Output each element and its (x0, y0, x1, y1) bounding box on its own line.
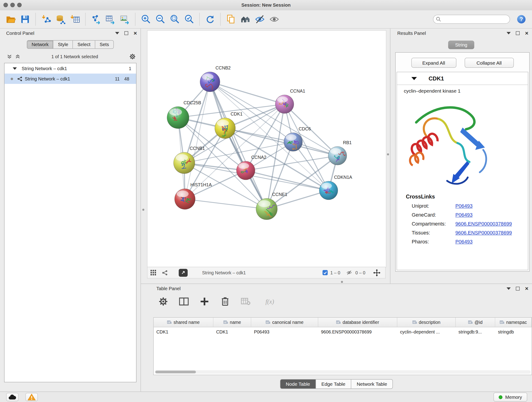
apply-layout-button[interactable] (203, 12, 217, 27)
collapse-all-button[interactable]: Collapse All (464, 58, 514, 68)
scrollbar-thumb[interactable] (155, 370, 196, 373)
tab-network[interactable]: Network (27, 41, 53, 49)
memory-status-icon (499, 395, 503, 399)
crosslink-compartments-link[interactable]: 9606.ENSP00000378699 (456, 221, 528, 227)
table-cell: 9606.ENSP00000378699 (318, 327, 397, 337)
tab-string[interactable]: String (448, 41, 474, 49)
crosslink-genecard-link[interactable]: P06493 (456, 212, 528, 218)
window-close-button[interactable] (3, 3, 8, 7)
network-node-RB1[interactable]: RB1 (328, 140, 352, 165)
bottom-splitter-handle[interactable] (341, 281, 343, 283)
delete-column-button[interactable] (220, 297, 230, 306)
table-row[interactable]: CDK1 CDK1 P06493 9606.ENSP00000378699 cy… (154, 327, 532, 337)
show-all-button[interactable] (267, 12, 281, 27)
hidden-eye-slash-icon[interactable] (346, 270, 353, 275)
gene-section-header[interactable]: CDK1 (397, 72, 528, 85)
pan-crosshair-icon[interactable] (373, 269, 380, 276)
tab-network-table[interactable]: Network Table (351, 380, 393, 389)
import-network-file-icon (41, 14, 51, 25)
float-panel-icon[interactable] (516, 287, 520, 290)
network-graph[interactable]: CCNB2CCNA1CDC25BCDK1CDC6RB1CCNB1CCNA2CDK… (147, 31, 386, 267)
export-network-button[interactable] (89, 12, 103, 27)
column-header[interactable]: @id (456, 318, 495, 327)
tab-style[interactable]: Style (53, 41, 73, 49)
share-network-icon (162, 270, 168, 276)
delete-table-button[interactable] (241, 297, 251, 306)
network-overview-button[interactable] (239, 12, 252, 27)
expand-all-icon[interactable] (15, 54, 20, 59)
search-input[interactable] (433, 15, 510, 24)
tab-sets[interactable]: Sets (95, 41, 114, 49)
save-session-button[interactable] (18, 12, 32, 27)
column-header[interactable]: description (397, 318, 456, 327)
network-node-CCNB2[interactable]: CCNB2 (200, 65, 231, 92)
crosslink-tissues-link[interactable]: 9606.ENSP00000378699 (456, 230, 528, 236)
network-node-CDKN1A[interactable]: CDKN1A (319, 175, 352, 200)
grid-view-button[interactable] (150, 269, 157, 276)
collapse-panel-icon[interactable] (507, 287, 511, 290)
create-column-button[interactable] (200, 297, 209, 306)
close-panel-icon[interactable]: ✕ (133, 31, 137, 35)
gear-icon[interactable] (129, 53, 136, 60)
network-node-CCNA1[interactable]: CCNA1 (275, 89, 305, 114)
float-panel-icon[interactable] (516, 31, 520, 35)
network-canvas[interactable]: CCNB2CCNA1CDC25BCDK1CDC6RB1CCNB1CCNA2CDK… (147, 30, 386, 268)
window-zoom-button[interactable] (17, 3, 22, 7)
close-panel-icon[interactable]: ✕ (525, 31, 529, 35)
tab-node-table[interactable]: Node Table (280, 380, 316, 389)
tab-select[interactable]: Select (73, 41, 95, 49)
zoom-selected-button[interactable] (182, 12, 196, 27)
node-label-CCNB2: CCNB2 (215, 65, 231, 70)
left-splitter-handle[interactable] (142, 209, 144, 211)
column-header[interactable]: shared name (154, 318, 214, 327)
tree-expand-icon[interactable] (13, 67, 17, 70)
collapse-panel-icon[interactable] (507, 32, 511, 34)
trash-icon (220, 296, 230, 307)
zoom-selected-icon (184, 14, 194, 25)
network-collection-row[interactable]: String Network – cdk1 1 (5, 63, 136, 74)
warnings-button[interactable] (25, 393, 38, 401)
window-minimize-button[interactable] (10, 3, 15, 7)
network-node-CDK1[interactable]: CDK1 (215, 111, 243, 139)
horizontal-scrollbar[interactable] (155, 370, 531, 374)
detach-view-button[interactable] (179, 269, 188, 277)
column-header[interactable]: namespac (495, 318, 532, 327)
selected-checkbox-icon[interactable] (322, 270, 328, 275)
memory-button[interactable]: Memory (494, 393, 527, 402)
zoom-out-button[interactable] (153, 12, 167, 27)
float-panel-icon[interactable] (124, 31, 128, 35)
zoom-fit-button[interactable] (168, 12, 181, 27)
cloud-status-button[interactable] (6, 393, 19, 401)
hide-selected-button[interactable] (253, 12, 267, 27)
hidden-node-edge-counts: 0 – 0 (355, 270, 365, 275)
crosslink-uniprot-link[interactable]: P06493 (456, 203, 528, 209)
network-row[interactable]: String Network – cdk1 11 48 (5, 74, 136, 84)
right-splitter-handle[interactable] (387, 153, 389, 155)
table-settings-button[interactable] (158, 297, 168, 306)
close-panel-icon[interactable]: ✕ (525, 286, 529, 291)
tab-edge-table[interactable]: Edge Table (316, 380, 351, 389)
expand-all-button[interactable]: Expand All (411, 58, 456, 68)
crosslink-pharos-link[interactable]: P06493 (456, 239, 528, 245)
import-network-database-button[interactable] (54, 12, 67, 27)
import-network-file-button[interactable] (39, 12, 53, 27)
function-builder-button[interactable]: f(x) (262, 297, 278, 306)
copy-document-button[interactable] (224, 12, 238, 27)
network-node-HIST1H1A[interactable]: HIST1H1A (175, 182, 212, 210)
collapse-panel-icon[interactable] (115, 32, 119, 34)
export-image-button[interactable] (118, 12, 132, 27)
import-network-database-icon (56, 14, 66, 25)
network-birdseye-button[interactable] (162, 270, 168, 276)
crosslink-row: GeneCard: P06493 (412, 212, 528, 218)
import-table-button[interactable] (68, 12, 82, 27)
open-session-button[interactable] (4, 12, 18, 27)
export-table-button[interactable] (104, 12, 117, 27)
help-button[interactable]: ? (515, 13, 527, 25)
column-header[interactable]: name (214, 318, 251, 327)
show-columns-button[interactable] (179, 297, 189, 306)
collapse-gene-icon[interactable] (412, 77, 417, 80)
column-header[interactable]: database identifier (318, 318, 397, 327)
collapse-all-icon[interactable] (7, 54, 12, 59)
column-header[interactable]: canonical name (251, 318, 318, 327)
zoom-in-button[interactable] (139, 12, 152, 27)
